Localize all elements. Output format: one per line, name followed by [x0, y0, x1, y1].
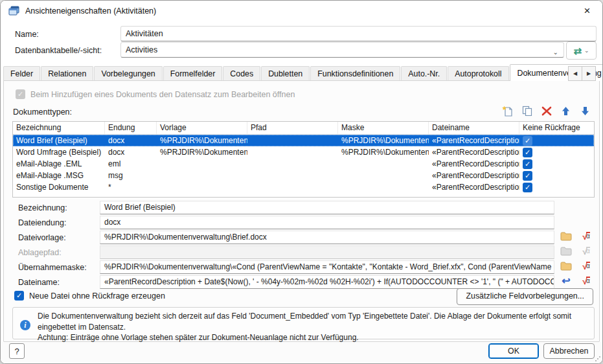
uebernahmemaske-input[interactable]: %PRJDIR%\Dokumentenverwaltung\«Cond (Par… — [100, 260, 554, 274]
cell-bezeichnung: eMail-Ablage .EML — [13, 158, 105, 170]
bezeichnung-input[interactable]: Word Brief (Beispiel) — [100, 201, 554, 214]
new-file-checkbox-label: Neue Datei ohne Rückfrage erzeugen — [29, 291, 165, 301]
cell-endung: * — [105, 181, 157, 193]
keine-rueckfrage-checkbox[interactable]: ✓ — [523, 148, 532, 157]
new-document-icon[interactable] — [501, 105, 514, 117]
cell-dateiname: «ParentRecordDescriptior — [429, 146, 519, 158]
ok-button[interactable]: OK — [488, 343, 539, 359]
swap-arrows-icon: ⇄ — [573, 46, 582, 56]
col-vorlage[interactable]: Vorlage — [157, 122, 247, 134]
new-file-checkbox[interactable]: ✓ — [14, 291, 24, 301]
cell-bezeichnung: Word Brief (Beispiel) — [13, 135, 105, 146]
footer: ? OK Abbrechen — [1, 342, 602, 363]
open-record-checkbox-row: ✓ Beim Hinzufügen eines Dokuments den Da… — [16, 89, 295, 99]
formula-icon[interactable]: √α — [579, 275, 593, 287]
folder-icon[interactable] — [559, 231, 573, 242]
tab-scroll-left-icon[interactable]: ◀ — [568, 66, 582, 81]
cell-maske: %PRJDIR%\Dokumentenv — [338, 135, 429, 146]
col-bezeichnung[interactable]: Bezeichnung — [13, 122, 105, 134]
tab-vorbelegungen[interactable]: Vorbelegungen — [94, 66, 162, 81]
cell-dateiname: «ParentRecordDescriptior — [429, 181, 519, 193]
dateiendung-input[interactable]: docx — [100, 216, 554, 229]
copy-icon[interactable] — [521, 105, 533, 117]
tab-formelfelder[interactable]: Formelfelder — [163, 66, 223, 81]
keine-rueckfrage-checkbox[interactable]: ✓ — [523, 136, 532, 146]
database-table-select[interactable]: Activities ⌄ — [120, 42, 564, 58]
tab-scroll-right-icon[interactable]: ▶ — [582, 66, 596, 81]
col-endung[interactable]: Endung — [105, 122, 157, 134]
tab-scroll-buttons: ◀ ▶ — [568, 66, 596, 81]
table-row[interactable]: Sonstige Dokumente * «ParentRecordDescri… — [13, 181, 594, 193]
table-row[interactable]: Word Brief (Beispiel) docx %PRJDIR%\Doku… — [13, 135, 594, 146]
tab-page-dokumentenverwaltung: ✓ Beim Hinzufügen eines Dokuments den Da… — [3, 80, 600, 342]
ablagepfad-input — [100, 245, 554, 259]
tab-funktionsdefinitionen[interactable]: Funktionsdefinitionen — [310, 66, 400, 81]
doctypes-label: Dokumenttypen: — [13, 108, 72, 117]
chevron-down-icon: ⌄ — [584, 47, 589, 54]
view-properties-dialog: Ansichteneigenschaften (Aktivitäten) × N… — [0, 0, 603, 364]
tab-auto-nr[interactable]: Auto.-Nr. — [401, 66, 447, 81]
sync-table-button[interactable]: ⇄ ⌄ — [566, 41, 597, 60]
close-icon[interactable]: × — [573, 1, 602, 21]
doctypes-table-header: Bezeichnung Endung Vorlage Pfad Maske Da… — [13, 122, 594, 135]
formula-icon[interactable]: √α — [579, 231, 593, 242]
cell-vorlage: %PRJDIR%\Dokumentenv — [157, 146, 247, 158]
help-icon[interactable]: ? — [9, 343, 25, 359]
tab-relationen[interactable]: Relationen — [41, 66, 93, 81]
tab-codes[interactable]: Codes — [223, 66, 260, 81]
col-keine-rueckfrage[interactable]: Keine Rückfrage — [519, 122, 594, 134]
tab-felder[interactable]: Felder — [3, 66, 40, 81]
tab-dubletten[interactable]: Dubletten — [261, 66, 310, 81]
name-label: Name: — [15, 27, 39, 42]
doctypes-table[interactable]: Bezeichnung Endung Vorlage Pfad Maske Da… — [12, 121, 595, 198]
uebernahmemaske-label: Übernahmemaske: — [18, 261, 100, 275]
info-text-line1: Die Dokumentenverwaltung bezieht sich de… — [38, 311, 587, 332]
name-input[interactable]: Aktivitäten — [120, 26, 597, 41]
cell-vorlage: %PRJDIR%\Dokumentenv — [157, 135, 247, 146]
table-row[interactable]: eMail-Ablage .MSG msg «ParentRecordDescr… — [13, 170, 594, 181]
cell-endung: docx — [105, 135, 157, 146]
ablagepfad-label: Ablagepfad: — [18, 246, 100, 260]
open-record-checkbox: ✓ — [16, 89, 25, 99]
move-down-icon[interactable] — [579, 105, 591, 117]
cell-dateiname: «ParentRecordDescriptior — [429, 135, 519, 146]
resize-grip[interactable] — [595, 356, 600, 361]
database-table-value: Activities — [126, 45, 157, 54]
cell-endung: msg — [105, 170, 157, 181]
chevron-down-icon: ⌄ — [553, 45, 558, 58]
cancel-button[interactable]: Abbrechen — [543, 343, 595, 359]
cell-bezeichnung: Sonstige Dokumente — [13, 181, 105, 193]
folder-icon[interactable] — [559, 260, 573, 272]
delete-icon[interactable] — [540, 105, 552, 117]
window-title: Ansichteneigenschaften (Aktivitäten) — [25, 6, 156, 16]
cell-maske: %PRJDIR%\Dokumentenv — [338, 146, 429, 158]
move-up-icon[interactable] — [560, 105, 572, 117]
cell-dateiname: «ParentRecordDescriptior — [429, 158, 519, 170]
tab-strip: Felder Relationen Vorbelegungen Formelfe… — [3, 65, 564, 81]
database-table-label: Datenbanktabelle/-sicht: — [15, 43, 102, 58]
formula-icon[interactable]: √α — [579, 260, 593, 272]
table-row[interactable]: Word Umfrage (Beispiel) docx %PRJDIR%\Do… — [13, 146, 594, 158]
folder-icon — [559, 245, 573, 257]
keine-rueckfrage-checkbox[interactable]: ✓ — [523, 159, 532, 169]
dateiname-label: Dateiname: — [18, 276, 100, 290]
col-pfad[interactable]: Pfad — [247, 122, 338, 134]
dateivorlage-input[interactable]: %PRJDIR%\Dokumentenverwaltung\Brief.docx — [100, 231, 554, 244]
undo-arrow-icon[interactable]: ↩ — [559, 275, 573, 287]
dateivorlage-label: Dateivorlage: — [18, 231, 100, 245]
extra-field-defaults-button[interactable]: Zusätzliche Feldvorbelegungen... — [457, 288, 593, 305]
tab-autoprotokoll[interactable]: Autoprotokoll — [448, 66, 508, 81]
open-record-checkbox-label: Beim Hinzufügen eines Dokuments den Date… — [30, 90, 295, 99]
dateiendung-label: Dateiendung: — [18, 216, 100, 230]
col-dateiname[interactable]: Dateiname — [429, 122, 519, 134]
bezeichnung-label: Bezeichnung: — [18, 201, 100, 215]
table-row[interactable]: eMail-Ablage .EML eml «ParentRecordDescr… — [13, 158, 594, 170]
dateiname-input[interactable]: «ParentRecordDescription + Date$(Now(), … — [100, 275, 554, 289]
col-maske[interactable]: Maske — [338, 122, 429, 134]
keine-rueckfrage-checkbox[interactable]: ✓ — [523, 171, 532, 181]
info-icon: i — [20, 320, 30, 330]
window-icon — [8, 6, 19, 16]
keine-rueckfrage-checkbox[interactable]: ✓ — [523, 183, 532, 192]
doctypes-toolbar — [501, 105, 591, 117]
new-file-checkbox-row[interactable]: ✓ Neue Datei ohne Rückfrage erzeugen — [14, 291, 165, 301]
